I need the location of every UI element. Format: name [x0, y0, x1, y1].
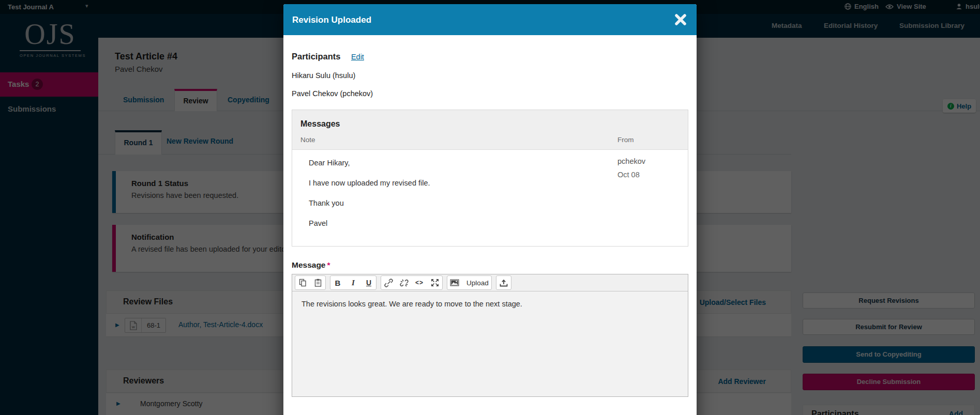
link-icon[interactable] — [384, 278, 393, 287]
upload-file-icon[interactable] — [499, 278, 508, 287]
ojs-app: Test Journal A ▾ English View Site hsulu… — [0, 0, 980, 415]
modal-header: Revision Uploaded — [283, 4, 697, 35]
message-field-label: Message — [292, 260, 325, 269]
clipboard-group — [295, 275, 326, 290]
from-date: Oct 08 — [617, 171, 645, 179]
bold-icon[interactable]: B — [333, 278, 342, 287]
close-icon[interactable] — [674, 13, 687, 26]
messages-column-headers: Note From — [292, 129, 688, 150]
underline-icon[interactable]: U — [364, 278, 373, 287]
revision-uploaded-modal: Revision Uploaded Participants Edit Hika… — [283, 4, 697, 415]
editor-toolbar: B I U <> Upload — [292, 274, 688, 291]
format-group: B I U — [330, 275, 376, 290]
participant-item: Pavel Chekov (pchekov) — [292, 89, 688, 98]
from-column-header: From — [617, 136, 634, 144]
edit-participants-link[interactable]: Edit — [351, 53, 364, 61]
image-icon — [450, 278, 459, 287]
participant-item: Hikaru Sulu (hsulu) — [292, 71, 688, 80]
message-row: Dear Hikary, I have now uploaded my revi… — [292, 150, 688, 246]
modal-body: Participants Edit Hikaru Sulu (hsulu) Pa… — [283, 52, 697, 397]
messages-heading: Messages — [292, 110, 688, 129]
upload-image-button[interactable]: Upload — [447, 275, 492, 290]
copy-icon[interactable] — [298, 278, 307, 287]
insert-group: <> — [381, 275, 443, 290]
rich-text-editor: B I U <> Upload — [292, 274, 688, 397]
italic-icon[interactable]: I — [349, 278, 358, 287]
note-line: I have now uploaded my revised file. — [309, 177, 680, 189]
from-username: pchekov — [617, 157, 645, 165]
modal-title: Revision Uploaded — [292, 15, 371, 25]
message-editor-area[interactable]: The revisions looks great. We are ready … — [292, 291, 688, 396]
participants-heading: Participants — [292, 52, 340, 61]
participants-heading-row: Participants Edit — [292, 52, 688, 62]
upload-button-label: Upload — [466, 279, 489, 287]
messages-panel: Messages Note From Dear Hikary, I have n… — [292, 110, 688, 247]
note-column-header: Note — [300, 136, 315, 144]
message-from: pchekov Oct 08 — [617, 157, 645, 179]
note-line: Thank you — [309, 197, 680, 209]
unlink-icon[interactable] — [399, 278, 409, 287]
message-field-label-row: Message* — [292, 260, 688, 270]
upload-file-group — [496, 275, 511, 290]
code-icon[interactable]: <> — [415, 278, 424, 287]
note-line: Pavel — [309, 218, 680, 229]
fullscreen-icon[interactable] — [430, 278, 440, 287]
required-marker: * — [327, 260, 330, 269]
editor-text: The revisions looks great. We are ready … — [301, 300, 679, 308]
paste-icon[interactable] — [313, 278, 323, 287]
